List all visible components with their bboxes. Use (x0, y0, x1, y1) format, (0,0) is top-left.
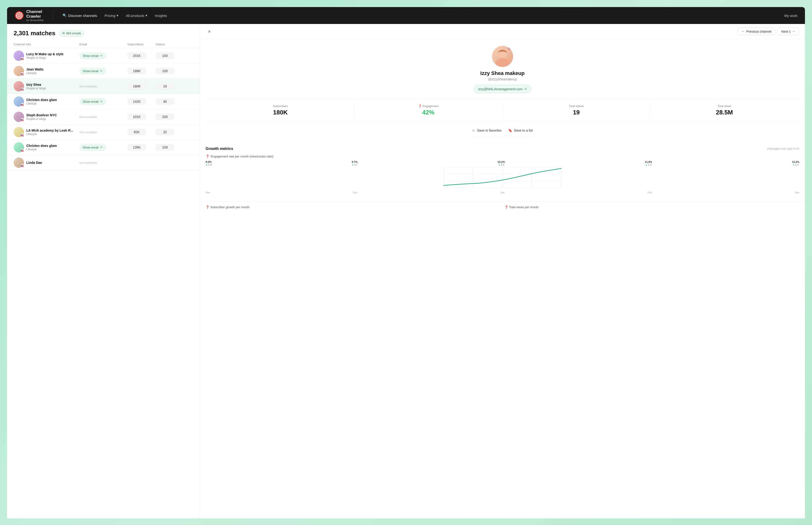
total-views-label: ❓ Total views per month (504, 205, 799, 209)
profile-name: Izzy Shea makeup (480, 70, 524, 76)
avatar: 🇺🇸 (14, 50, 24, 61)
flag-icon: 🇺🇸 (20, 164, 24, 168)
flag-icon: 🇺🇸 (20, 72, 24, 76)
logo[interactable]: Channel Crawler by StreamDNA (15, 10, 44, 22)
prev-channel-button[interactable]: ← Previous channel (737, 28, 775, 35)
left-panel: 2,301 matches ✉ 864 emails Channel info … (7, 24, 200, 519)
logo-text: Channel (26, 10, 44, 14)
data-point-2: 10.2% ▲0.5 (497, 161, 505, 166)
email-text: Izzy@MALAmanagement.com (478, 87, 523, 91)
month-labels: Nov Dec Jan Feb Mar (205, 190, 799, 197)
email-cell: Show email 👁 (79, 144, 127, 151)
subscribers-stat: 201K (127, 52, 146, 59)
videos-stat: 40 (155, 98, 174, 105)
subscribers-stat: 188K (127, 68, 146, 74)
matches-count: 2,301 matches (14, 30, 56, 37)
email-cell: Not available (79, 115, 127, 119)
logo-icon (15, 11, 24, 20)
table-row[interactable]: 🇺🇸 Izzy Shea People or blogs Not availab… (7, 79, 200, 94)
email-text: Show email (83, 69, 98, 73)
email-badge: Izzy@MALAmanagement.com ⧉ (474, 85, 531, 93)
stats-grid: Subscribers 180K ❓ Engagement 42% Total … (206, 99, 798, 122)
next-channel-button[interactable]: Next c → (777, 28, 799, 35)
videos-cell: 105 (155, 68, 179, 74)
engagement-chart (205, 167, 799, 189)
channel-name: Lucy M Make up & style (26, 52, 63, 56)
chart-section: Growth metrics (Averages over past 6 mo … (200, 142, 805, 201)
nav-pricing[interactable]: Pricing ▾ (105, 13, 119, 18)
email-text: Show email (83, 100, 98, 103)
channel-info: 🇺🇸 Christen does glam Lifestyle (14, 96, 79, 107)
question-icon-4: ❓ (504, 205, 508, 209)
nav-discover[interactable]: 🔍 Discover channels (62, 13, 97, 18)
avatar: 🇺🇸 (14, 127, 24, 137)
channel-info: 🇺🇸 Christen does glam Lifestyle (14, 142, 79, 152)
subscribers-cell: 142K (127, 98, 155, 105)
videos-cell: 40 (155, 98, 179, 105)
channel-details: Christen does glam Lifestyle (26, 98, 57, 105)
chevron-down-icon-2: ▾ (145, 13, 147, 18)
table-row[interactable]: 🇺🇸 LA MUA academy by Leah R... Lifestyle… (7, 124, 200, 140)
navbar: Channel Crawler by StreamDNA 🔍 Discover … (7, 7, 805, 24)
table-row[interactable]: 🇺🇸 Steph Boehrer NYC People or blogs Not… (7, 109, 200, 124)
show-email-button[interactable]: Show email 👁 (79, 68, 106, 75)
avatar: 🇺🇸 (14, 96, 24, 107)
table-row[interactable]: 🇺🇸 Jean Watts Lifestyle Show email 👁 188… (7, 63, 200, 79)
table-row[interactable]: 🇺🇸 Christen does glam Lifestyle Show ema… (7, 94, 200, 109)
hide-icon: 👁 (100, 100, 103, 103)
logo-text2: Crawler (26, 14, 44, 19)
not-available-text: Not available (79, 131, 97, 134)
emails-badge[interactable]: ✉ 864 emails (59, 30, 84, 36)
nav-insights[interactable]: Insights (155, 14, 167, 18)
channel-info: 🇺🇸 Izzy Shea People or blogs (14, 81, 79, 91)
channel-details: Jean Watts Lifestyle (26, 67, 44, 75)
flag-icon: 🇺🇸 (508, 46, 512, 50)
not-available-text: Not available (79, 115, 97, 119)
table-row[interactable]: 🇺🇸 Linda Dae Not available (7, 155, 200, 170)
channel-info: 🇺🇸 LA MUA academy by Leah R... Lifestyle (14, 127, 79, 137)
arrow-left-icon: ← (741, 30, 745, 33)
show-email-button[interactable]: Show email 👁 (79, 52, 106, 59)
copy-icon[interactable]: ⧉ (524, 87, 527, 91)
hide-icon: 👁 (100, 69, 103, 73)
channel-info: 🇺🇸 Jean Watts Lifestyle (14, 66, 79, 76)
close-button[interactable]: × (205, 28, 213, 35)
channel-name: Jean Watts (26, 67, 44, 72)
email-cell: Show email 👁 (79, 98, 127, 105)
table-row[interactable]: 🇺🇸 Lucy M Make up & style People or blog… (7, 48, 200, 63)
profile-section: 🇺🇸 Izzy Shea makeup @IzzySheamakeup Izzy… (200, 39, 805, 142)
channel-name: Christen does glam (26, 144, 57, 148)
nav-my-workspace[interactable]: My work (784, 14, 797, 18)
flag-icon: 🇺🇸 (20, 103, 24, 107)
table-row[interactable]: 🇺🇸 Christen does glam Lifestyle Show ema… (7, 140, 200, 155)
videos-stat: 105 (155, 68, 174, 74)
email-text: Show email (83, 54, 98, 58)
bookmark-icon: 🔖 (508, 129, 512, 132)
save-favorites-button[interactable]: ☆ Save to favorites (472, 129, 501, 132)
panel-topbar: × ← Previous channel Next c → (200, 24, 805, 39)
month-nov: Nov (205, 191, 210, 194)
list-header: 2,301 matches ✉ 864 emails (7, 24, 200, 41)
videos-stat: 109 (155, 144, 174, 151)
channel-info: 🇺🇸 Linda Dae (14, 158, 79, 168)
nav-all-products[interactable]: All products ▾ (126, 13, 147, 18)
email-text: Show email (83, 146, 98, 149)
channel-details: Izzy Shea People or blogs (26, 82, 46, 90)
month-jan: Jan (501, 191, 505, 194)
videos-cell: 109 (155, 144, 179, 151)
channel-category: Lifestyle (26, 133, 73, 136)
show-email-button[interactable]: Show email 👁 (79, 144, 106, 151)
bottom-metrics: ❓ Subscriber growth per month ❓ Total vi… (200, 201, 805, 213)
flag-icon: 🇺🇸 (20, 118, 24, 122)
question-icon-2: ❓ (205, 155, 209, 158)
hide-icon: 👁 (100, 146, 103, 149)
right-panel: × ← Previous channel Next c → 🇺🇸 (200, 24, 805, 519)
email-cell: Not available (79, 130, 127, 134)
not-available-text: Not available (79, 85, 97, 88)
videos-cell: 19 (155, 83, 179, 90)
data-point-0: 9.0% ▲0.4 (205, 161, 212, 166)
subscribers-stat: 180K (127, 83, 146, 90)
chart-data-points: 9.0% ▲0.4 9.7% ▲0.7 10.2% ▲0.5 11.8% ▲1.… (205, 161, 799, 166)
save-list-button[interactable]: 🔖 Save to a list (508, 129, 533, 132)
show-email-button[interactable]: Show email 👁 (79, 98, 106, 105)
